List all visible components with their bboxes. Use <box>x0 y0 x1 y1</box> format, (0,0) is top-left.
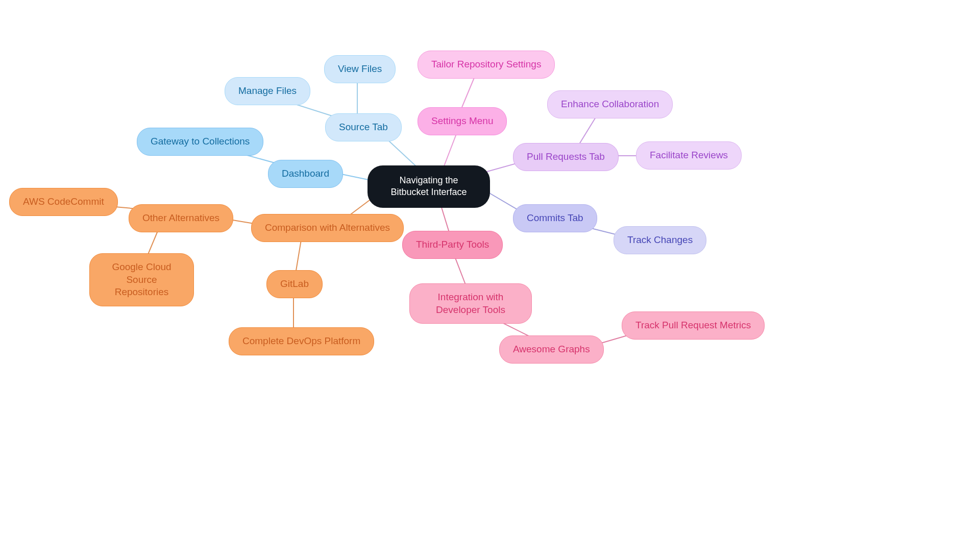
node-comparison-alternatives[interactable]: Comparison with Alternatives <box>251 214 404 242</box>
svg-line-6 <box>462 77 475 107</box>
node-manage-files[interactable]: Manage Files <box>225 77 310 105</box>
node-source-tab[interactable]: Source Tab <box>325 113 402 141</box>
node-dashboard[interactable]: Dashboard <box>268 160 343 188</box>
svg-line-5 <box>444 133 457 166</box>
node-google-cloud-repos[interactable]: Google Cloud Source Repositories <box>89 253 194 306</box>
node-gateway-collections[interactable]: Gateway to Collections <box>137 128 263 156</box>
node-aws-codecommit[interactable]: AWS CodeCommit <box>9 188 118 216</box>
node-tailor-settings[interactable]: Tailor Repository Settings <box>418 51 555 79</box>
node-integration-dev-tools[interactable]: Integration with Developer Tools <box>409 283 532 324</box>
node-pull-requests[interactable]: Pull Requests Tab <box>513 143 619 171</box>
node-awesome-graphs[interactable]: Awesome Graphs <box>499 335 604 364</box>
node-facilitate-reviews[interactable]: Facilitate Reviews <box>636 141 742 170</box>
mindmap-root[interactable]: Navigating the Bitbucket Interface <box>368 165 490 208</box>
node-track-changes[interactable]: Track Changes <box>614 226 706 254</box>
node-gitlab[interactable]: GitLab <box>266 270 323 298</box>
node-settings-menu[interactable]: Settings Menu <box>418 107 507 135</box>
node-devops-platform[interactable]: Complete DevOps Platform <box>229 327 374 355</box>
node-view-files[interactable]: View Files <box>324 55 396 83</box>
svg-line-17 <box>296 240 301 271</box>
node-track-pr-metrics[interactable]: Track Pull Request Metrics <box>622 311 765 340</box>
node-commits-tab[interactable]: Commits Tab <box>513 204 597 232</box>
node-other-alternatives[interactable]: Other Alternatives <box>129 204 233 232</box>
node-enhance-collaboration[interactable]: Enhance Collaboration <box>547 90 673 118</box>
node-third-party-tools[interactable]: Third-Party Tools <box>402 231 503 259</box>
